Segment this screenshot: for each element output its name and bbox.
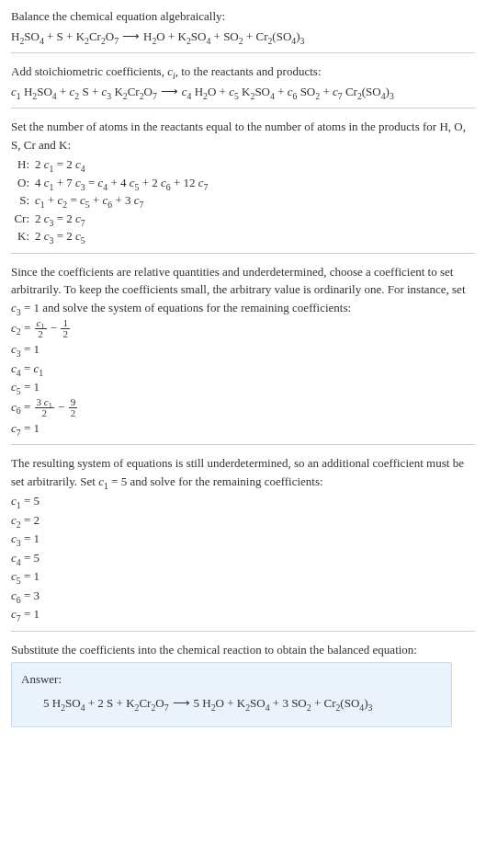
coeff-c3: c3 = 1 [11, 340, 475, 359]
coeff-c2: c2 = c12 − 12 [11, 318, 475, 339]
intro-section: Balance the chemical equation algebraica… [11, 7, 475, 45]
divider [11, 253, 475, 254]
atom-label: S: [11, 191, 35, 210]
divider [11, 444, 475, 445]
underdet1-section: Since the coefficients are relative quan… [11, 263, 475, 438]
coeff-c5: c5 = 1 [11, 567, 475, 586]
divider [11, 631, 475, 632]
atom-label: K: [11, 227, 35, 246]
coeff-c4: c4 = 5 [11, 549, 475, 567]
atom-eq: 2 c1 = 2 c4 [35, 155, 85, 174]
atom-label: H: [11, 155, 35, 174]
stoich-section: Add stoichiometric coefficients, ci, to … [11, 63, 475, 100]
underdet1-text: Since the coefficients are relative quan… [11, 263, 475, 317]
coeff-c4: c4 = c1 [11, 360, 475, 378]
divider [11, 52, 475, 53]
atom-eq: c1 + c2 = c5 + c6 + 3 c7 [35, 191, 143, 210]
coeff-c2: c2 = 2 [11, 511, 475, 530]
divider [11, 108, 475, 108]
atom-table: H: 2 c1 = 2 c4 O: 4 c1 + 7 c3 = c4 + 4 c… [11, 155, 475, 246]
coeff-c3: c3 = 1 [11, 530, 475, 548]
coeff-c7: c7 = 1 [11, 605, 475, 623]
coeff-c6: c6 = 3 c12 − 92 [11, 397, 475, 418]
atoms-text: Set the number of atoms in the reactants… [11, 118, 475, 154]
underdet2-text: The resulting system of equations is sti… [11, 454, 475, 490]
final-section: Substitute the coefficients into the che… [11, 641, 475, 728]
atom-eq: 4 c1 + 7 c3 = c4 + 4 c5 + 2 c6 + 12 c7 [35, 174, 208, 192]
coeff-c7: c7 = 1 [11, 419, 475, 438]
atom-row-cr: Cr: 2 c3 = 2 c7 [11, 210, 475, 228]
coeff-list-2: c1 = 5 c2 = 2 c3 = 1 c4 = 5 c5 = 1 c6 = … [11, 492, 475, 623]
stoich-equation: c1 H2SO4 + c2 S + c3 K2Cr2O7⟶c4 H2O + c5… [11, 83, 475, 101]
atom-row-o: O: 4 c1 + 7 c3 = c4 + 4 c5 + 2 c6 + 12 c… [11, 174, 475, 192]
coeff-c6: c6 = 3 [11, 587, 475, 605]
atom-row-h: H: 2 c1 = 2 c4 [11, 155, 475, 174]
atoms-section: Set the number of atoms in the reactants… [11, 118, 475, 246]
underdet2-section: The resulting system of equations is sti… [11, 454, 475, 623]
atom-eq: 2 c3 = 2 c5 [35, 227, 85, 246]
unbalanced-equation: H2SO4 + S + K2Cr2O7⟶H2O + K2SO4 + SO2 + … [11, 28, 475, 46]
final-text: Substitute the coefficients into the che… [11, 641, 475, 659]
atom-row-s: S: c1 + c2 = c5 + c6 + 3 c7 [11, 191, 475, 210]
atom-eq: 2 c3 = 2 c7 [35, 210, 85, 228]
atom-label: O: [11, 174, 35, 192]
balanced-equation: 5 H2SO4 + 2 S + K2Cr2O7⟶5 H2O + K2SO4 + … [21, 694, 442, 713]
coeff-list-1: c2 = c12 − 12 c3 = 1 c4 = c1 c5 = 1 c6 =… [11, 318, 475, 437]
atom-row-k: K: 2 c3 = 2 c5 [11, 227, 475, 246]
atom-label: Cr: [11, 210, 35, 228]
stoich-text: Add stoichiometric coefficients, ci, to … [11, 63, 475, 81]
intro-text: Balance the chemical equation algebraica… [11, 7, 475, 26]
answer-box: Answer: 5 H2SO4 + 2 S + K2Cr2O7⟶5 H2O + … [11, 662, 452, 727]
answer-label: Answer: [21, 670, 442, 689]
coeff-c5: c5 = 1 [11, 378, 475, 396]
coeff-c1: c1 = 5 [11, 492, 475, 510]
